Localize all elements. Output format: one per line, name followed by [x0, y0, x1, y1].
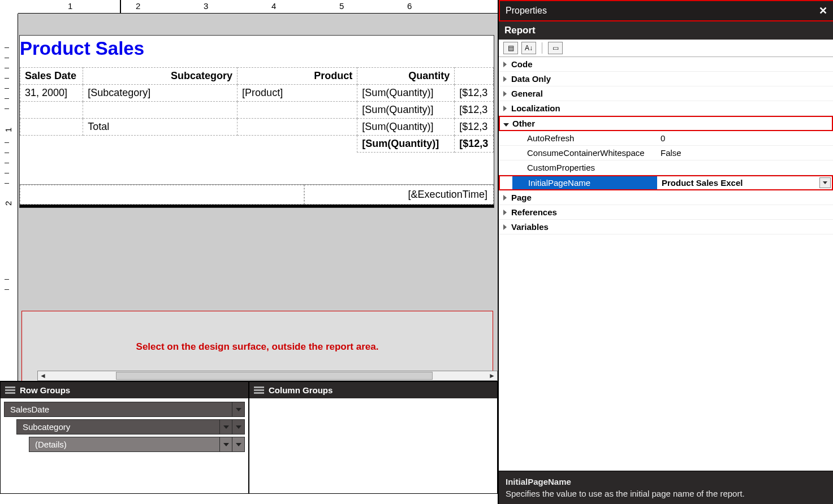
- scroll-track[interactable]: [48, 371, 487, 380]
- category-data-only[interactable]: Data Only: [499, 72, 833, 86]
- chevron-down-icon: [503, 123, 509, 127]
- ruler-number: 2: [136, 1, 140, 11]
- table-row[interactable]: Total [Sum(Quantity)] [$12,3: [20, 119, 494, 136]
- chevron-right-icon: [503, 210, 507, 215]
- row-group-item[interactable]: Subcategory: [16, 419, 245, 435]
- report-page[interactable]: Product Sales Sales Date Subcategory Pro…: [19, 35, 494, 208]
- scroll-left-icon[interactable]: ◄: [38, 371, 48, 380]
- category-variables[interactable]: Variables: [499, 220, 833, 234]
- dropdown-icon[interactable]: [232, 437, 244, 451]
- grid-icon: [5, 386, 15, 394]
- help-title: InitialPageName: [506, 477, 826, 486]
- property-help: InitialPageName Specifies the value to u…: [499, 471, 833, 504]
- chevron-right-icon: [503, 195, 507, 201]
- property-grid[interactable]: Code Data Only General Localization Othe…: [499, 57, 833, 471]
- cell[interactable]: [$12,3: [455, 85, 494, 102]
- dropdown-icon[interactable]: [219, 437, 232, 451]
- ruler-number: 3: [204, 1, 208, 11]
- category-page[interactable]: Page: [499, 190, 833, 205]
- properties-title-text: Properties: [506, 6, 547, 16]
- column-groups-header: Column Groups: [249, 382, 497, 398]
- cell[interactable]: [$12,3: [455, 102, 494, 119]
- prop-autorefresh[interactable]: AutoRefresh0: [499, 131, 833, 146]
- table-row[interactable]: 31, 2000] [Subcategory] [Product] [Sum(Q…: [20, 85, 494, 102]
- col-header[interactable]: Sales Date: [20, 68, 83, 85]
- selected-object-bar[interactable]: Report: [499, 21, 833, 40]
- ruler-number: 1: [68, 1, 72, 11]
- chevron-right-icon: [503, 76, 507, 82]
- ruler-number: 4: [271, 1, 276, 11]
- horizontal-scrollbar[interactable]: ◄ ►: [37, 371, 498, 381]
- prop-key: InitialPageName: [512, 176, 657, 189]
- horizontal-ruler: 1 2 3 4 5 6 /*decorative*/: [18, 0, 498, 14]
- column-groups-title: Column Groups: [269, 385, 333, 395]
- ruler-marker[interactable]: [120, 0, 121, 14]
- alphabetical-icon[interactable]: A↓: [521, 42, 536, 54]
- cell[interactable]: [Sum(Quantity)]: [357, 102, 455, 119]
- prop-initialpagename[interactable]: InitialPageName Product Sales Excel: [499, 175, 833, 190]
- hint-text: Select on the design surface, outside th…: [136, 341, 379, 353]
- category-references[interactable]: References: [499, 205, 833, 220]
- grouping-pane: Row Groups SalesDate Subcategory (Detail…: [0, 381, 498, 494]
- cell[interactable]: [Sum(Quantity)]: [357, 136, 455, 153]
- row-groups-header: Row Groups: [1, 382, 248, 398]
- cell[interactable]: [Sum(Quantity)]: [357, 85, 455, 102]
- category-other[interactable]: Other: [499, 116, 833, 131]
- cell[interactable]: [Subcategory]: [83, 85, 238, 102]
- row-group-item[interactable]: SalesDate: [4, 402, 245, 417]
- categorized-icon[interactable]: ▤: [503, 42, 518, 54]
- design-surface-region: 1 2 3 4 5 6 /*decorative*/ 1 2 Product S…: [0, 0, 498, 504]
- chevron-right-icon: [503, 224, 507, 230]
- category-code[interactable]: Code: [499, 57, 833, 72]
- prop-consumecontainerwhitespace[interactable]: ConsumeContainerWhitespaceFalse: [499, 146, 833, 160]
- cell[interactable]: [$12,3: [455, 136, 494, 153]
- design-canvas[interactable]: Product Sales Sales Date Subcategory Pro…: [18, 14, 498, 381]
- prop-customproperties[interactable]: CustomProperties: [499, 160, 833, 175]
- group-label: (Details): [35, 440, 67, 449]
- chevron-right-icon: [503, 91, 507, 97]
- dropdown-icon[interactable]: [819, 177, 831, 188]
- dropdown-icon[interactable]: [232, 402, 244, 416]
- ruler-number: 6: [407, 1, 412, 11]
- dropdown-icon[interactable]: [219, 420, 232, 434]
- ruler-number: 5: [339, 1, 344, 11]
- close-icon[interactable]: ✕: [819, 5, 827, 17]
- cell[interactable]: 31, 2000]: [20, 85, 83, 102]
- table-row[interactable]: [Sum(Quantity)] [$12,3: [20, 102, 494, 119]
- column-groups-panel: Column Groups: [249, 381, 498, 494]
- col-header[interactable]: Subcategory: [83, 68, 238, 85]
- col-header[interactable]: Product: [238, 68, 357, 85]
- row-group-item[interactable]: (Details): [29, 437, 245, 452]
- prop-value[interactable]: Product Sales Excel: [657, 176, 832, 189]
- properties-titlebar: Properties ✕: [499, 0, 833, 21]
- execution-time-cell[interactable]: [&ExecutionTime]: [304, 185, 494, 205]
- dropdown-icon[interactable]: [232, 420, 244, 434]
- properties-panel: Properties ✕ Report ▤ A↓ ▭ Code Data Onl…: [498, 0, 833, 504]
- chevron-right-icon: [503, 106, 507, 111]
- chevron-right-icon: [503, 62, 507, 67]
- scroll-right-icon[interactable]: ►: [487, 371, 497, 380]
- scroll-thumb[interactable]: [116, 372, 433, 380]
- col-header[interactable]: [455, 68, 494, 85]
- page-footer[interactable]: [&ExecutionTime]: [20, 184, 494, 205]
- cell[interactable]: [Product]: [238, 85, 357, 102]
- category-general[interactable]: General: [499, 86, 833, 101]
- report-title[interactable]: Product Sales: [20, 36, 494, 67]
- row-groups-title: Row Groups: [20, 385, 70, 395]
- tablix[interactable]: Sales Date Subcategory Product Quantity …: [20, 67, 494, 153]
- col-header[interactable]: Quantity: [357, 68, 455, 85]
- cell[interactable]: Total: [83, 119, 238, 136]
- row-groups-panel: Row Groups SalesDate Subcategory (Detail…: [0, 381, 249, 494]
- property-pages-icon[interactable]: ▭: [548, 42, 563, 54]
- cell[interactable]: [$12,3: [455, 119, 494, 136]
- category-localization[interactable]: Localization: [499, 101, 833, 116]
- vertical-ruler: 1 2: [0, 14, 18, 381]
- group-label: SalesDate: [10, 405, 49, 414]
- cell[interactable]: [Sum(Quantity)]: [357, 119, 455, 136]
- grid-icon: [254, 386, 264, 394]
- help-description: Specifies the value to use as the initia…: [506, 489, 826, 498]
- group-label: Subcategory: [23, 422, 70, 432]
- table-row[interactable]: [Sum(Quantity)] [$12,3: [20, 136, 494, 153]
- properties-toolbar: ▤ A↓ ▭: [499, 40, 833, 57]
